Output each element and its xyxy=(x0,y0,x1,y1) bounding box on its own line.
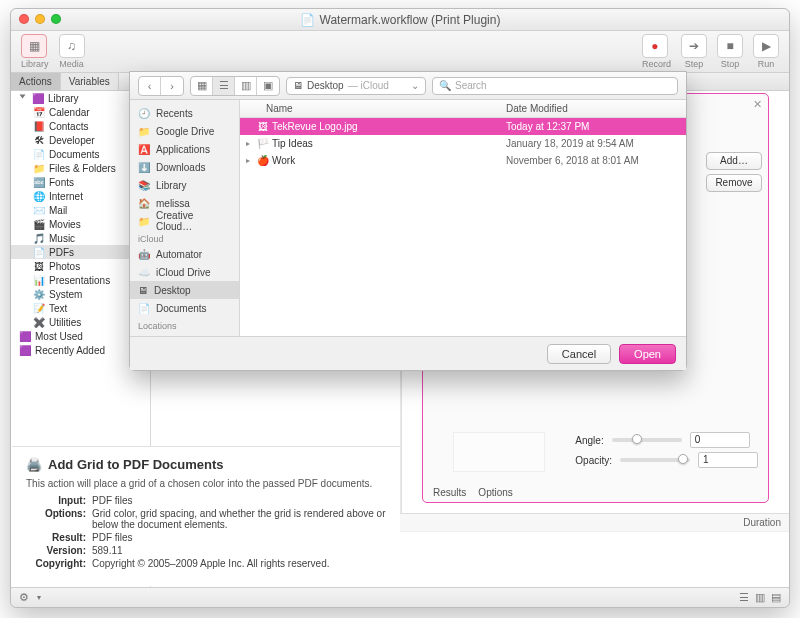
locations-header: Locations xyxy=(130,317,239,332)
category-icon: 📅 xyxy=(33,106,45,118)
window-controls xyxy=(19,14,61,24)
folder-icon: 📚 xyxy=(138,180,150,191)
folder-icon: 🟪 xyxy=(19,344,31,356)
workflow-doc-icon: 📄 xyxy=(300,13,315,27)
angle-slider[interactable] xyxy=(612,438,682,442)
disclosure-icon[interactable]: ▸ xyxy=(246,139,256,148)
file-open-dialog: ‹ › ▦ ☰ ▥ ▣ 🖥 Desktop — iCloud ⌄ 🔍 Searc… xyxy=(129,71,687,371)
file-name: Tip Ideas xyxy=(270,138,506,149)
record-button[interactable]: ● Record xyxy=(642,34,671,69)
category-icon: 📄 xyxy=(33,246,45,258)
favorite-downloads[interactable]: ⬇️Downloads xyxy=(130,158,239,176)
category-icon: 🌐 xyxy=(33,190,45,202)
tab-actions[interactable]: Actions xyxy=(11,73,61,90)
favorite-applications[interactable]: 🅰️Applications xyxy=(130,140,239,158)
status-bar: ⚙︎ ▾ ☰ ▥ ▤ xyxy=(11,587,789,607)
library-button[interactable]: ▦ Library xyxy=(21,34,49,69)
results-tab[interactable]: Results xyxy=(433,487,466,498)
category-icon: 🖼 xyxy=(33,260,45,272)
file-date: Today at 12:37 PM xyxy=(506,121,686,132)
step-button[interactable]: ➔ Step xyxy=(681,34,707,69)
opacity-slider[interactable] xyxy=(620,458,690,462)
close-window-button[interactable] xyxy=(19,14,29,24)
library-icon: 🟪 xyxy=(32,92,44,104)
category-icon: 🔤 xyxy=(33,176,45,188)
dialog-sidebar: 🕘Recents📁Google Drive🅰️Applications⬇️Dow… xyxy=(130,100,240,336)
view-list-icon[interactable]: ☰ xyxy=(739,591,749,604)
back-button[interactable]: ‹ xyxy=(139,77,161,95)
duration-label: Duration xyxy=(743,517,781,528)
favorite-recents[interactable]: 🕘Recents xyxy=(130,104,239,122)
location-icon: 🖥 xyxy=(138,285,148,296)
icloud-desktop[interactable]: 🖥Desktop xyxy=(130,281,239,299)
category-icon: 📄 xyxy=(33,148,45,160)
app-window: 📄 Watermark.workflow (Print Plugin) ▦ Li… xyxy=(10,8,790,608)
forward-button[interactable]: › xyxy=(161,77,183,95)
chevron-up-down-icon: ⌄ xyxy=(411,80,419,91)
location-icon: ☁️ xyxy=(138,267,150,278)
options-tab[interactable]: Options xyxy=(478,487,512,498)
category-icon: 📊 xyxy=(33,274,45,286)
favorite-creative-cloud-[interactable]: 📁Creative Cloud… xyxy=(130,212,239,230)
category-icon: ✉️ xyxy=(33,204,45,216)
disclosure-icon xyxy=(20,95,26,102)
icloud-automator[interactable]: 🤖Automator xyxy=(130,245,239,263)
view-columns-icon[interactable]: ▥ xyxy=(755,591,765,604)
file-row[interactable]: 🖼TekRevue Logo.jpgToday at 12:37 PM xyxy=(240,118,686,135)
folder-icon: 📁 xyxy=(138,216,150,227)
gallery-view-button[interactable]: ▣ xyxy=(257,77,279,95)
category-icon: ⚙️ xyxy=(33,288,45,300)
column-date[interactable]: Date Modified xyxy=(506,103,686,114)
add-button[interactable]: Add… xyxy=(706,152,762,170)
icloud-icloud-drive[interactable]: ☁️iCloud Drive xyxy=(130,263,239,281)
icloud-documents[interactable]: 📄Documents xyxy=(130,299,239,317)
run-button[interactable]: ▶ Run xyxy=(753,34,779,69)
file-icon: 🍎 xyxy=(256,155,270,166)
icloud-header: iCloud xyxy=(130,230,239,245)
location-icon: 🤖 xyxy=(138,249,150,260)
view-mode-buttons: ▦ ☰ ▥ ▣ xyxy=(190,76,280,96)
close-action-button[interactable]: ✕ xyxy=(753,98,762,111)
folder-icon: 🟪 xyxy=(19,330,31,342)
grid-icon: ▦ xyxy=(29,39,40,53)
remove-button[interactable]: Remove xyxy=(706,174,762,192)
disclosure-icon[interactable]: ▸ xyxy=(246,156,256,165)
cancel-button[interactable]: Cancel xyxy=(547,344,611,364)
file-date: November 6, 2018 at 8:01 AM xyxy=(506,155,686,166)
window-title: Watermark.workflow (Print Plugin) xyxy=(320,13,501,27)
file-name: TekRevue Logo.jpg xyxy=(270,121,506,132)
chevron-down-icon[interactable]: ▾ xyxy=(37,593,41,602)
search-input[interactable]: 🔍 Search xyxy=(432,77,678,95)
favorite-google-drive[interactable]: 📁Google Drive xyxy=(130,122,239,140)
category-icon: 🎵 xyxy=(33,232,45,244)
file-row[interactable]: ▸🏳️Tip IdeasJanuary 18, 2019 at 9:54 AM xyxy=(240,135,686,152)
preview-thumbnail xyxy=(453,432,545,472)
description-summary: This action will place a grid of a chose… xyxy=(26,478,386,489)
location-popup[interactable]: 🖥 Desktop — iCloud ⌄ xyxy=(286,77,426,95)
folder-icon: 🏠 xyxy=(138,198,150,209)
file-list: Name Date Modified 🖼TekRevue Logo.jpgTod… xyxy=(240,100,686,336)
tab-variables[interactable]: Variables xyxy=(61,73,119,90)
toolbar: ▦ Library ♫ Media ● Record ➔ Step ■ Stop xyxy=(11,31,789,73)
opacity-label: Opacity: xyxy=(575,455,612,466)
stop-button[interactable]: ■ Stop xyxy=(717,34,743,69)
open-button[interactable]: Open xyxy=(619,344,676,364)
file-row[interactable]: ▸🍎WorkNovember 6, 2018 at 8:01 AM xyxy=(240,152,686,169)
stop-icon: ■ xyxy=(726,39,733,53)
zoom-window-button[interactable] xyxy=(51,14,61,24)
gear-icon[interactable]: ⚙︎ xyxy=(19,591,29,604)
step-icon: ➔ xyxy=(689,39,699,53)
favorite-library[interactable]: 📚Library xyxy=(130,176,239,194)
file-icon: 🖼 xyxy=(256,121,270,132)
media-button[interactable]: ♫ Media xyxy=(59,34,85,69)
category-icon: 🎬 xyxy=(33,218,45,230)
angle-field[interactable]: 0 xyxy=(690,432,750,448)
list-view-button[interactable]: ☰ xyxy=(213,77,235,95)
minimize-window-button[interactable] xyxy=(35,14,45,24)
description-title: Add Grid to PDF Documents xyxy=(48,457,224,472)
column-view-button[interactable]: ▥ xyxy=(235,77,257,95)
column-name[interactable]: Name xyxy=(240,103,506,114)
view-timeline-icon[interactable]: ▤ xyxy=(771,591,781,604)
opacity-field[interactable]: 1 xyxy=(698,452,758,468)
icon-view-button[interactable]: ▦ xyxy=(191,77,213,95)
